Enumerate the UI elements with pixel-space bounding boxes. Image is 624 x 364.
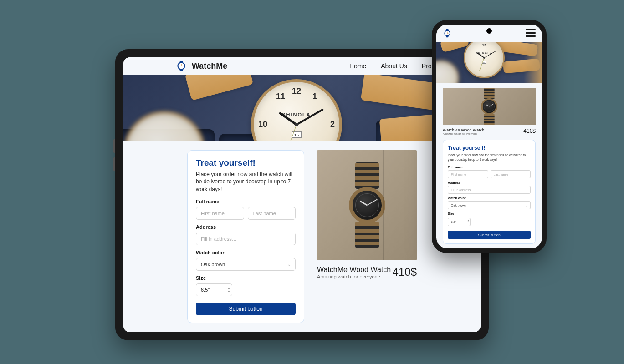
address-input[interactable] [196, 233, 296, 245]
product-block: WatchMe Wood Watch Amazing watch for eve… [317, 150, 417, 323]
nav-home[interactable]: Home [349, 62, 366, 70]
product-price: 410$ [393, 266, 417, 278]
site-header: WatchMe Home About Us Products Co [123, 57, 481, 75]
mobile-product-image [443, 88, 536, 125]
mobile-label-size: Size [448, 212, 531, 215]
phone-screen: 12 SHINOLA 15 [436, 25, 542, 248]
form-description: Place your order now and the watch will … [196, 171, 296, 193]
phone-device-frame: 12 SHINOLA 15 [432, 20, 547, 253]
mobile-form-description: Place your order now and the watch will … [448, 153, 531, 162]
mobile-form-title: Treat yourself! [448, 145, 531, 151]
submit-button[interactable]: Submit button [196, 303, 296, 315]
mobile-order-form: Treat yourself! Place your order now and… [443, 140, 536, 244]
first-name-input[interactable] [196, 207, 244, 220]
watch-logo-icon[interactable] [443, 29, 452, 38]
brand-name: WatchMe [192, 61, 227, 71]
order-form-card: Treat yourself! Place your order now and… [187, 150, 304, 323]
watch-logo-icon [175, 60, 187, 72]
label-address: Address [196, 224, 296, 230]
form-title: Treat yourself! [196, 158, 296, 168]
mobile-label-color: Watch color [448, 197, 531, 200]
chevron-down-icon: ⌄ [526, 204, 528, 207]
label-color: Watch color [196, 250, 296, 255]
hamburger-menu-icon[interactable] [526, 29, 536, 37]
mobile-first-name-input[interactable] [448, 170, 488, 178]
brand-logo-group[interactable]: WatchMe [175, 60, 227, 72]
size-stepper[interactable] [196, 283, 232, 296]
tablet-screen: WatchMe Home About Us Products Co [123, 57, 481, 332]
mobile-stepper-buttons[interactable]: ▲▼ [467, 219, 469, 223]
color-select[interactable]: Oak brown [196, 258, 296, 271]
hero-watch-main: 12 11 1 10 2 SHINOLA 15 [251, 79, 342, 141]
product-name: WatchMe Wood Watch [317, 266, 391, 274]
mobile-product-name: WatchMe Wood Watch [443, 128, 484, 132]
chevron-down-icon: ⌄ [287, 262, 291, 267]
phone-camera-hole [486, 28, 492, 34]
mobile-hero-banner: 12 SHINOLA 15 [436, 42, 542, 84]
last-name-input[interactable] [248, 207, 296, 220]
product-subtitle: Amazing watch for everyone [317, 274, 391, 279]
nav-about[interactable]: About Us [381, 62, 407, 70]
mobile-label-address: Address [448, 181, 531, 184]
label-fullname: Full name [196, 199, 296, 204]
mobile-color-select[interactable]: Oak brown [448, 201, 531, 209]
tablet-side-button [113, 139, 115, 153]
stepper-buttons[interactable]: ▲▼ [227, 287, 230, 293]
mobile-submit-button[interactable]: Submit button [448, 231, 531, 239]
mobile-address-input[interactable] [448, 186, 531, 194]
main-content: Treat yourself! Place your order now and… [123, 141, 481, 332]
hero-banner: 12 11 1 10 2 SHINOLA 15 [123, 75, 481, 141]
mobile-product-price: 410$ [523, 128, 536, 135]
mobile-product-subtitle: Amazing watch for everyone [443, 132, 484, 135]
label-size: Size [196, 275, 296, 281]
tablet-side-button [113, 157, 115, 171]
hero-watch-blurred [123, 111, 205, 141]
product-image [317, 150, 417, 260]
mobile-label-fullname: Full name [448, 166, 531, 169]
mobile-last-name-input[interactable] [491, 170, 531, 178]
